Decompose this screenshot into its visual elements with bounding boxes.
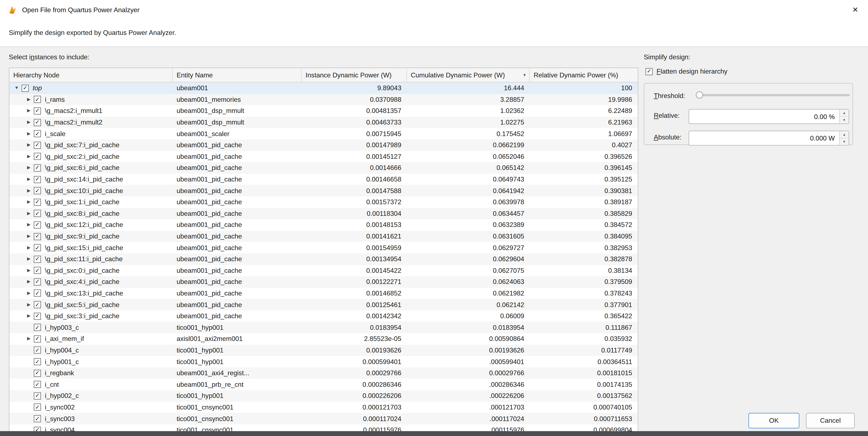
row-checkbox[interactable]: ✓ (34, 142, 41, 149)
column-header-relative-dynamic-power[interactable]: Relative Dynamic Power (%) (530, 68, 638, 82)
row-checkbox[interactable]: ✓ (34, 130, 41, 137)
table-row[interactable]: ✓ i_cnt ubeam001_prb_re_cnt 0.000286346 … (9, 379, 638, 390)
table-row[interactable]: ▶ ✓ \g_pid_sxc:8:i_pid_cache ubeam001_pi… (9, 208, 638, 219)
expander-icon[interactable]: ▶ (24, 291, 34, 295)
expander-icon[interactable]: ▶ (24, 109, 34, 113)
row-checkbox[interactable]: ✓ (34, 290, 41, 297)
row-checkbox[interactable]: ✓ (34, 392, 41, 399)
expander-icon[interactable]: ▶ (24, 97, 34, 102)
expander-icon[interactable]: ▶ (24, 257, 34, 261)
table-row[interactable]: ▶ ✓ \g_pid_sxc:15:i_pid_cache ubeam001_p… (9, 242, 638, 253)
row-checkbox[interactable]: ✓ (34, 153, 41, 160)
expander-icon[interactable]: ▶ (24, 143, 34, 148)
close-icon[interactable]: ✕ (842, 0, 868, 20)
relative-power: 0.00137562 (530, 392, 638, 400)
flatten-checkbox[interactable]: ✓ (645, 68, 653, 75)
table-row[interactable]: ▶ ✓ \g_pid_sxc:5:i_pid_cache ubeam001_pi… (9, 299, 638, 310)
table-row[interactable]: ▶ ✓ \g_macs2:i_mmult1 ubeam001_dsp_mmult… (9, 105, 638, 117)
table-row[interactable]: ▶ ✓ \g_pid_sxc:6:i_pid_cache ubeam001_pi… (9, 162, 638, 174)
row-checkbox[interactable]: ✓ (34, 267, 41, 274)
table-row[interactable]: ▶ ✓ \g_pid_sxc:4:i_pid_cache ubeam001_pi… (9, 276, 638, 287)
row-checkbox[interactable]: ✓ (34, 381, 41, 388)
row-checkbox[interactable]: ✓ (34, 221, 41, 228)
cancel-button[interactable]: Cancel (806, 413, 855, 429)
row-checkbox[interactable]: ✓ (34, 404, 41, 411)
spin-down-icon[interactable]: ▼ (840, 138, 849, 145)
table-row[interactable]: ▶ ✓ \g_pid_sxc:13:i_pid_cache ubeam001_p… (9, 287, 638, 299)
table-row[interactable]: ▶ ✓ \g_pid_sxc:1:i_pid_cache ubeam001_pi… (9, 196, 638, 208)
row-checkbox[interactable]: ✓ (34, 187, 41, 194)
threshold-slider[interactable] (696, 91, 850, 99)
expander-icon[interactable]: ▶ (24, 166, 34, 170)
row-checkbox[interactable]: ✓ (34, 335, 41, 342)
row-checkbox[interactable]: ✓ (34, 198, 41, 206)
row-checkbox[interactable]: ✓ (34, 176, 41, 183)
row-checkbox[interactable]: ✓ (34, 244, 41, 251)
table-row[interactable]: ▶ ✓ \g_pid_sxc:0:i_pid_cache ubeam001_pi… (9, 265, 638, 276)
expander-icon[interactable]: ▶ (24, 303, 34, 307)
table-row[interactable]: ✓ i_regbank ubeam001_axi4_regist... 0.00… (9, 368, 638, 379)
table-row[interactable]: ✓ i_hyp002_c tico001_hyp001 0.000226206 … (9, 390, 638, 402)
expander-icon[interactable]: ▶ (24, 245, 34, 250)
table-row[interactable]: ▶ ✓ \g_pid_sxc:7:i_pid_cache ubeam001_pi… (9, 139, 638, 151)
row-checkbox[interactable]: ✓ (34, 96, 41, 103)
spin-up-icon[interactable]: ▲ (840, 110, 849, 117)
relative-value-input[interactable] (689, 110, 839, 123)
table-row[interactable]: ✓ i_sync002 tico001_cnsync001 0.00012170… (9, 402, 638, 413)
table-row[interactable]: ▶ ✓ \g_pid_sxc:14:i_pid_cache ubeam001_p… (9, 174, 638, 185)
expander-icon[interactable]: ▶ (24, 154, 34, 159)
table-row[interactable]: ▶ ✓ \g_macs2:i_mmult2 ubeam001_dsp_mmult… (9, 117, 638, 128)
column-header-instance-dynamic-power[interactable]: Instance Dynamic Power (W) (302, 68, 407, 82)
row-checkbox[interactable]: ✓ (34, 210, 41, 217)
table-row[interactable]: ▶ ✓ \g_pid_sxc:9:i_pid_cache ubeam001_pi… (9, 231, 638, 242)
table-row[interactable]: ▶ ✓ \g_pid_sxc:11:i_pid_cache ubeam001_p… (9, 253, 638, 265)
row-checkbox[interactable]: ✓ (34, 233, 41, 240)
expander-icon[interactable]: ▶ (24, 200, 34, 205)
table-row[interactable]: ▶ ✓ \g_pid_sxc:2:i_pid_cache ubeam001_pi… (9, 151, 638, 162)
column-header-cumulative-dynamic-power[interactable]: Cumulative Dynamic Power (W)▼ (407, 68, 530, 82)
expander-icon[interactable]: ▶ (24, 280, 34, 284)
table-row[interactable]: ▶ ✓ i_axi_mem_if axisl001_axi2mem001 2.8… (9, 333, 638, 344)
row-checkbox[interactable]: ✓ (34, 278, 41, 285)
table-row[interactable]: ▼ ✓ top ubeam001 9.89043 16.444 100 (9, 83, 638, 94)
expander-icon[interactable]: ▶ (24, 337, 34, 341)
row-checkbox[interactable]: ✓ (34, 255, 41, 263)
expander-icon[interactable]: ▼ (11, 86, 22, 90)
table-row[interactable]: ▶ ✓ \g_pid_sxc:3:i_pid_cache ubeam001_pi… (9, 310, 638, 322)
row-checkbox[interactable]: ✓ (34, 370, 41, 377)
table-row[interactable]: ▶ ✓ \g_pid_sxc:10:i_pid_cache ubeam001_p… (9, 185, 638, 196)
row-checkbox[interactable]: ✓ (34, 164, 41, 172)
table-row[interactable]: ✓ i_sync003 tico001_cnsync001 0.00011702… (9, 413, 638, 425)
row-checkbox[interactable]: ✓ (22, 85, 29, 92)
spin-up-icon[interactable]: ▲ (840, 131, 849, 138)
table-row[interactable]: ▶ ✓ i_scale ubeam001_scaler 0.00715945 0… (9, 128, 638, 139)
table-row[interactable]: ✓ i_hyp001_c tico001_hyp001 0.000599401 … (9, 356, 638, 368)
spin-down-icon[interactable]: ▼ (840, 117, 849, 123)
table-row[interactable]: ▶ ✓ i_rams ubeam001_memories 0.0370988 3… (9, 94, 638, 105)
row-checkbox[interactable]: ✓ (34, 347, 41, 354)
row-checkbox[interactable]: ✓ (34, 107, 41, 115)
row-checkbox[interactable]: ✓ (34, 313, 41, 320)
expander-icon[interactable]: ▶ (24, 177, 34, 182)
ok-button[interactable]: OK (748, 413, 799, 429)
expander-icon[interactable]: ▶ (24, 211, 34, 216)
row-checkbox[interactable]: ✓ (34, 415, 41, 422)
column-header-hierarchy-node[interactable]: Hierarchy Node (9, 68, 173, 82)
expander-icon[interactable]: ▶ (24, 314, 34, 318)
row-checkbox[interactable]: ✓ (34, 324, 41, 331)
table-row[interactable]: ✓ i_hyp004_c tico001_hyp001 0.00193626 0… (9, 344, 638, 356)
expander-icon[interactable]: ▶ (24, 234, 34, 239)
row-checkbox[interactable]: ✓ (34, 301, 41, 308)
expander-icon[interactable]: ▶ (24, 223, 34, 227)
threshold-slider-handle[interactable] (696, 91, 703, 98)
expander-icon[interactable]: ▶ (24, 131, 34, 136)
row-checkbox[interactable]: ✓ (34, 119, 41, 126)
column-header-entity-name[interactable]: Entity Name (173, 68, 302, 82)
table-row[interactable]: ✓ i_hyp003_c tico001_hyp001 0.0183954 0.… (9, 322, 638, 333)
table-row[interactable]: ▶ ✓ \g_pid_sxc:12:i_pid_cache ubeam001_p… (9, 219, 638, 230)
absolute-value-input[interactable] (689, 131, 839, 145)
expander-icon[interactable]: ▶ (24, 268, 34, 273)
row-checkbox[interactable]: ✓ (34, 358, 41, 365)
expander-icon[interactable]: ▶ (24, 120, 34, 125)
expander-icon[interactable]: ▶ (24, 188, 34, 193)
